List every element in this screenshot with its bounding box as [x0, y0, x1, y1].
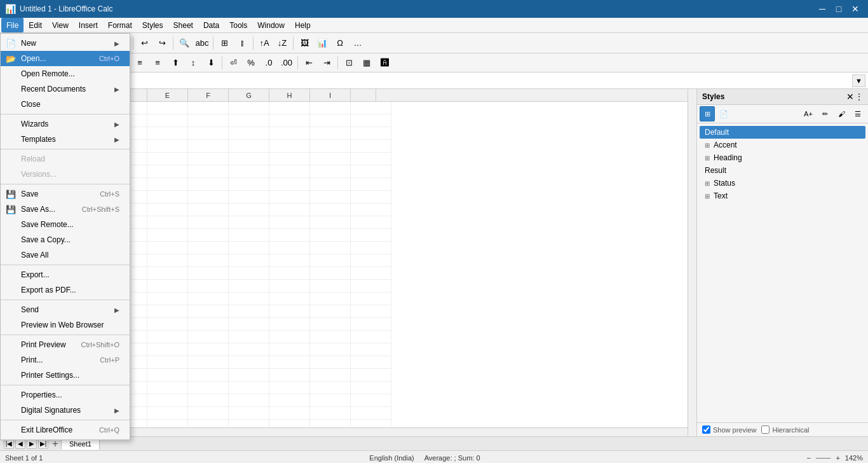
col-header-f[interactable]: F	[188, 89, 229, 101]
cell[interactable]	[229, 127, 269, 140]
fmt-middle-btn[interactable]: ↕	[185, 55, 201, 71]
fmt-top-btn[interactable]: ⬆	[167, 55, 184, 71]
cell[interactable]	[310, 127, 351, 140]
cell[interactable]	[188, 102, 229, 114]
toolbar-redo-btn[interactable]: ↪	[154, 35, 170, 52]
cell[interactable]	[269, 114, 310, 127]
styles-fillformat-btn[interactable]: 🖌	[834, 106, 849, 121]
cell[interactable]	[188, 394, 229, 407]
menu-file-templates[interactable]: Templates ▶	[1, 132, 130, 147]
cell[interactable]	[147, 140, 188, 153]
cell[interactable]	[147, 369, 188, 382]
cell[interactable]	[188, 318, 229, 331]
cell[interactable]	[147, 178, 188, 191]
cell[interactable]	[351, 280, 391, 293]
cell[interactable]	[351, 318, 391, 331]
cell[interactable]	[229, 394, 269, 407]
menu-item-help[interactable]: Help	[290, 18, 316, 32]
menu-file-wizards[interactable]: Wizards ▶	[1, 116, 130, 132]
cell[interactable]	[229, 204, 269, 216]
cell[interactable]	[147, 127, 188, 140]
cell[interactable]	[310, 204, 351, 216]
cell[interactable]	[188, 369, 229, 382]
menu-file-open[interactable]: 📂 Open... Ctrl+O	[1, 51, 130, 66]
cell[interactable]	[351, 140, 391, 153]
cell[interactable]	[188, 382, 229, 394]
cell[interactable]	[351, 102, 391, 114]
cell[interactable]	[188, 343, 229, 356]
menu-item-styles[interactable]: Styles	[137, 18, 168, 32]
cell[interactable]	[351, 407, 391, 420]
cell[interactable]	[351, 382, 391, 394]
menu-item-insert[interactable]: Insert	[74, 18, 103, 32]
fmt-bottom-btn[interactable]: ⬇	[203, 55, 219, 71]
toolbar-undo-btn[interactable]: ↩	[136, 35, 153, 52]
cell[interactable]	[147, 114, 188, 127]
style-item-default[interactable]: Default	[700, 126, 865, 139]
styles-options-btn[interactable]: ⋮	[855, 92, 863, 102]
cell[interactable]	[229, 280, 269, 293]
cell[interactable]	[269, 216, 310, 229]
cell[interactable]	[310, 305, 351, 318]
fmt-merge-btn[interactable]: ⊡	[341, 55, 357, 71]
fmt-wrap-btn[interactable]: ⏎	[225, 55, 241, 71]
cell[interactable]	[269, 267, 310, 280]
close-button[interactable]: ✕	[848, 3, 863, 15]
styles-page-styles-btn[interactable]: 📄	[716, 106, 731, 121]
cell[interactable]	[229, 267, 269, 280]
cell[interactable]	[188, 216, 229, 229]
cell[interactable]	[188, 305, 229, 318]
cell[interactable]	[310, 382, 351, 394]
cell[interactable]	[310, 114, 351, 127]
cell[interactable]	[229, 305, 269, 318]
cell[interactable]	[310, 242, 351, 254]
cell[interactable]	[269, 280, 310, 293]
cell[interactable]	[351, 356, 391, 369]
cell[interactable]	[188, 293, 229, 305]
cell[interactable]	[351, 127, 391, 140]
menu-item-file[interactable]: File	[1, 18, 24, 32]
cell[interactable]	[310, 216, 351, 229]
zoom-in-btn[interactable]: +	[836, 454, 839, 462]
style-item-result[interactable]: Result	[700, 164, 865, 177]
cell[interactable]	[188, 140, 229, 153]
cell[interactable]	[229, 382, 269, 394]
cell[interactable]	[269, 254, 310, 267]
fmt-border2-btn[interactable]: ▦	[358, 55, 375, 71]
cell[interactable]	[269, 407, 310, 420]
fmt-align-right-btn[interactable]: ≡	[132, 55, 148, 71]
toolbar-borders-btn[interactable]: ⊞	[216, 35, 233, 52]
cell[interactable]	[310, 102, 351, 114]
style-item-text[interactable]: ⊞ Text	[700, 190, 865, 202]
styles-new-btn[interactable]: A+	[801, 106, 816, 121]
cell[interactable]	[269, 204, 310, 216]
menu-file-print-preview[interactable]: Print Preview Ctrl+Shift+O	[1, 337, 130, 352]
cell[interactable]	[229, 343, 269, 356]
cell[interactable]	[269, 394, 310, 407]
toolbar-more-btn[interactable]: …	[349, 35, 366, 52]
cell[interactable]	[310, 229, 351, 242]
fmt-dec-btn[interactable]: .00	[278, 55, 295, 71]
cell[interactable]	[310, 394, 351, 407]
menu-file-save[interactable]: 💾 Save Ctrl+S	[1, 186, 130, 202]
cell[interactable]	[351, 254, 391, 267]
cell[interactable]	[147, 153, 188, 165]
zoom-slider[interactable]: ───	[816, 454, 831, 462]
cell[interactable]	[269, 331, 310, 343]
menu-file-recent[interactable]: Recent Documents ▶	[1, 81, 130, 97]
cell[interactable]	[147, 331, 188, 343]
menu-file-printer-settings[interactable]: Printer Settings...	[1, 368, 130, 383]
toolbar-sort-asc-btn[interactable]: ↑A	[256, 35, 273, 52]
cell[interactable]	[269, 153, 310, 165]
styles-hierarchical-label[interactable]: Hierarchical	[761, 425, 809, 434]
menu-file-export-pdf[interactable]: Export as PDF...	[1, 282, 130, 298]
cell[interactable]	[188, 356, 229, 369]
cell[interactable]	[229, 293, 269, 305]
cell[interactable]	[269, 356, 310, 369]
styles-edit-btn[interactable]: ✏	[817, 106, 832, 121]
cell[interactable]	[188, 267, 229, 280]
formula-expand-btn[interactable]: ▼	[852, 74, 865, 87]
cell[interactable]	[229, 254, 269, 267]
cell[interactable]	[147, 280, 188, 293]
col-header-e[interactable]: E	[147, 89, 188, 101]
